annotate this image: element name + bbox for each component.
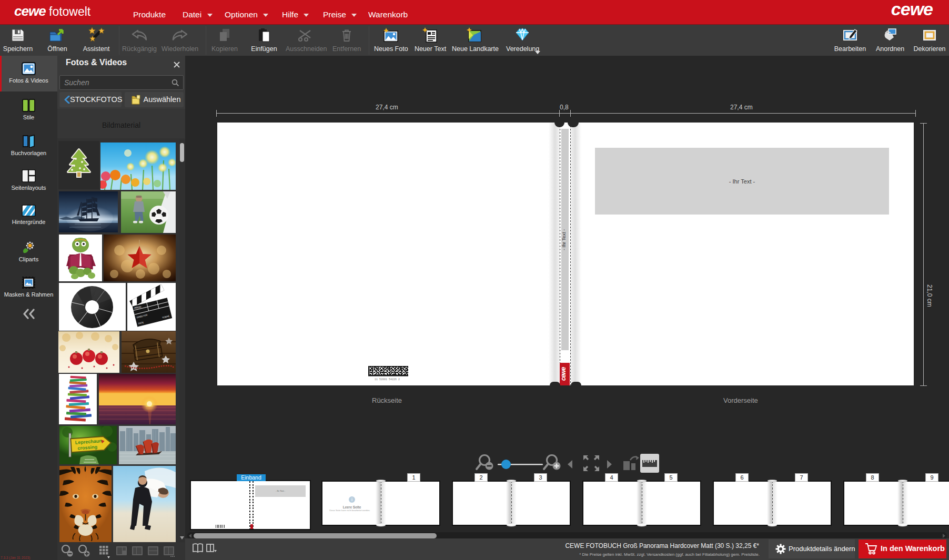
svg-text:11 52001 54226 2: 11 52001 54226 2 bbox=[375, 378, 400, 381]
